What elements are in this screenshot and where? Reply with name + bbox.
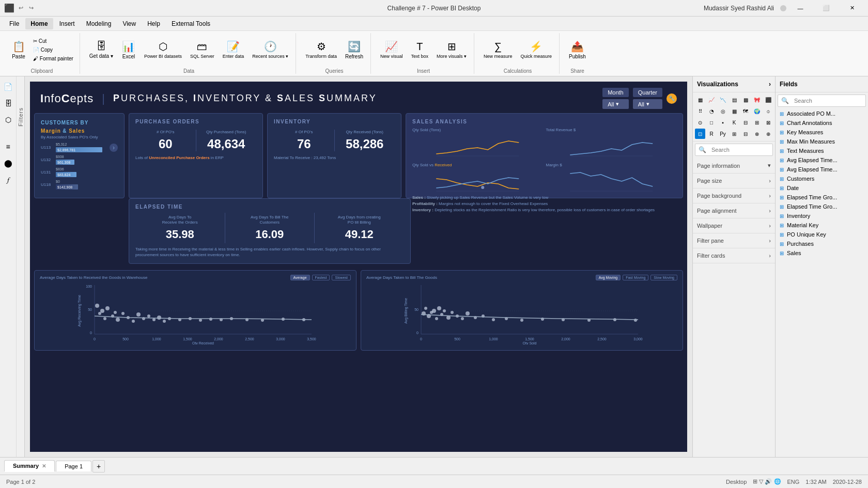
scatter2-btn-fast[interactable]: Fast Moving — [623, 275, 648, 280]
viz-icon-filled-map[interactable]: 🌍 — [752, 106, 762, 116]
field-item-sales[interactable]: ⊞ Sales — [776, 248, 868, 258]
cut-btn[interactable]: ✂ Cut — [31, 37, 75, 45]
viz-icon-line[interactable]: 📈 — [706, 95, 717, 105]
left-icon-5[interactable]: ⬤ — [2, 157, 14, 169]
customer-u113-arrow[interactable]: › — [110, 144, 118, 152]
quick-measure-btn[interactable]: ⚡Quick measure — [518, 34, 555, 65]
viz-icon-gauge[interactable]: ⊙ — [695, 117, 705, 128]
field-item-date[interactable]: ⊞ Date — [776, 183, 868, 193]
viz-icon-stacked-bar[interactable]: ▤ — [729, 95, 739, 105]
viz-icon-waterfall[interactable]: ⬛ — [763, 95, 773, 105]
viz-icon-multicard[interactable]: ▪ — [718, 117, 728, 128]
wallpaper-header[interactable]: Wallpaper › — [697, 222, 771, 230]
copy-btn[interactable]: 📄 Copy — [31, 46, 75, 54]
scatter2-btn-slow[interactable]: Slow Moving — [650, 275, 677, 280]
close-btn[interactable]: ✕ — [840, 0, 864, 17]
get-data-btn[interactable]: 🗄Get data ▾ — [86, 34, 116, 65]
tab-summary-close[interactable]: ✕ — [42, 463, 46, 469]
minimize-btn[interactable]: — — [788, 0, 812, 17]
viz-icon-table[interactable]: ⊞ — [752, 117, 762, 128]
filters-panel-toggle[interactable]: Filters — [17, 76, 25, 457]
field-item-text-measures[interactable]: ⊞ Text Measures — [776, 146, 868, 155]
quarter-filter[interactable]: Quarter All ▾ — [633, 88, 662, 109]
new-measure-btn[interactable]: ∑New measure — [481, 34, 516, 65]
tab-page1[interactable]: Page 1 — [56, 461, 91, 471]
viz-icon-treemap[interactable]: ▦ — [729, 106, 739, 116]
viz-icon-28[interactable]: ⊕ — [763, 129, 773, 139]
scatter2-btn-avg[interactable]: Avg Moving — [596, 275, 621, 280]
viz-icon-100pct[interactable]: ▩ — [740, 95, 751, 105]
new-visual-btn[interactable]: 📈New visual — [377, 34, 406, 65]
fields-search-input[interactable] — [791, 96, 862, 105]
viz-icon-scatter[interactable]: ⠿ — [695, 106, 705, 116]
field-item-avg-elapsed-2[interactable]: ⊞ Avg Elapsed Time... — [776, 165, 868, 174]
add-page-btn[interactable]: + — [92, 460, 105, 473]
format-painter-btn[interactable]: 🖌 Format painter — [31, 55, 75, 62]
tab-summary[interactable]: Summary ✕ — [4, 460, 55, 472]
month-value[interactable]: All ▾ — [602, 99, 629, 109]
field-item-customers[interactable]: ⊞ Customers — [776, 174, 868, 183]
menu-home[interactable]: Home — [25, 18, 53, 29]
viz-icon-matrix[interactable]: ⊠ — [763, 117, 773, 128]
viz-icon-25[interactable]: ⊞ — [729, 129, 739, 139]
field-item-purchases[interactable]: ⊞ Purchases — [776, 239, 868, 248]
left-icon-4[interactable]: ≡ — [2, 140, 14, 153]
filter-cards-header[interactable]: Filter cards › — [697, 251, 771, 260]
viz-icon-python[interactable]: Py — [718, 129, 728, 139]
viz-icon-26[interactable]: ⊟ — [740, 129, 751, 139]
quarter-value[interactable]: All ▾ — [633, 99, 662, 109]
menu-external-tools[interactable]: External Tools — [166, 18, 215, 29]
scatter1-btn-fastest[interactable]: Fastest — [312, 275, 330, 280]
viz-icon-funnel[interactable]: ⌽ — [763, 106, 773, 116]
page-information-header[interactable]: Page information ▾ — [697, 161, 771, 170]
field-item-elapsed-gro-1[interactable]: ⊞ Elapsed Time Gro... — [776, 193, 868, 202]
restore-btn[interactable]: ⬜ — [814, 0, 838, 17]
left-icon-report[interactable]: 📄 — [2, 81, 14, 93]
viz-icon-area[interactable]: 📉 — [718, 95, 728, 105]
page-alignment-header[interactable]: Page alignment › — [697, 207, 771, 215]
powerbi-datasets-btn[interactable]: ⬡Power BI datasets — [141, 34, 185, 65]
publish-btn[interactable]: 📤Publish — [566, 34, 589, 65]
viz-icon-active[interactable]: ⊡ — [695, 129, 705, 139]
viz-icon-donut[interactable]: ◎ — [718, 106, 728, 116]
viz-icon-ribbon[interactable]: 🎀 — [752, 95, 762, 105]
enter-data-btn[interactable]: 📝Enter data — [220, 34, 247, 65]
page-background-header[interactable]: Page background › — [697, 192, 771, 200]
left-icon-6[interactable]: 𝑓 — [2, 174, 14, 186]
viz-search-input[interactable] — [708, 145, 769, 154]
field-item-max-min[interactable]: ⊞ Max Min Measures — [776, 137, 868, 146]
left-icon-data[interactable]: 🗄 — [2, 97, 14, 109]
excel-btn[interactable]: 📊Excel — [118, 34, 139, 65]
menu-modeling[interactable]: Modeling — [81, 18, 117, 29]
field-item-inventory[interactable]: ⊞ Inventory — [776, 211, 868, 221]
field-item-po-unique-key[interactable]: ⊞ PO Unique Key — [776, 230, 868, 239]
scatter1-btn-slowest[interactable]: Slowest — [332, 275, 351, 280]
text-box-btn[interactable]: TText box — [408, 34, 431, 65]
filter-pane-header[interactable]: Filter pane › — [697, 237, 771, 245]
viz-icon-r[interactable]: R — [706, 129, 717, 139]
viz-icon-kpi[interactable]: K — [729, 117, 739, 128]
page-size-header[interactable]: Page size › — [697, 177, 771, 185]
more-visuals-btn[interactable]: ⊞More visuals ▾ — [433, 34, 470, 65]
viz-icon-bar[interactable]: ▦ — [695, 95, 705, 105]
scatter1-btn-average[interactable]: Average — [290, 275, 310, 280]
recent-sources-btn[interactable]: 🕐Recent sources ▾ — [249, 34, 291, 65]
left-icon-model[interactable]: ⬡ — [2, 114, 14, 126]
field-item-associated-po[interactable]: ⊞ Associated PO M... — [776, 109, 868, 118]
menu-file[interactable]: File — [4, 18, 24, 29]
field-item-material-key[interactable]: ⊞ Material Key — [776, 221, 868, 230]
viz-icon-27[interactable]: ⊗ — [752, 129, 762, 139]
month-filter[interactable]: Month All ▾ — [602, 88, 629, 109]
filter-icon[interactable]: 🔧 — [667, 93, 677, 104]
field-item-chart-annotations[interactable]: ⊞ Chart Annotations — [776, 118, 868, 128]
viz-icon-slicer[interactable]: ⊟ — [740, 117, 751, 128]
menu-view[interactable]: View — [117, 18, 141, 29]
viz-icon-card[interactable]: □ — [706, 117, 717, 128]
sql-server-btn[interactable]: 🗃SQL Server — [187, 34, 218, 65]
menu-insert[interactable]: Insert — [54, 18, 80, 29]
transform-data-btn[interactable]: ⚙Transform data — [302, 34, 340, 65]
menu-help[interactable]: Help — [142, 18, 165, 29]
viz-icon-map[interactable]: 🗺 — [740, 106, 751, 116]
viz-icon-pie[interactable]: ◔ — [706, 106, 717, 116]
viz-panel-expand[interactable]: › — [769, 81, 771, 88]
